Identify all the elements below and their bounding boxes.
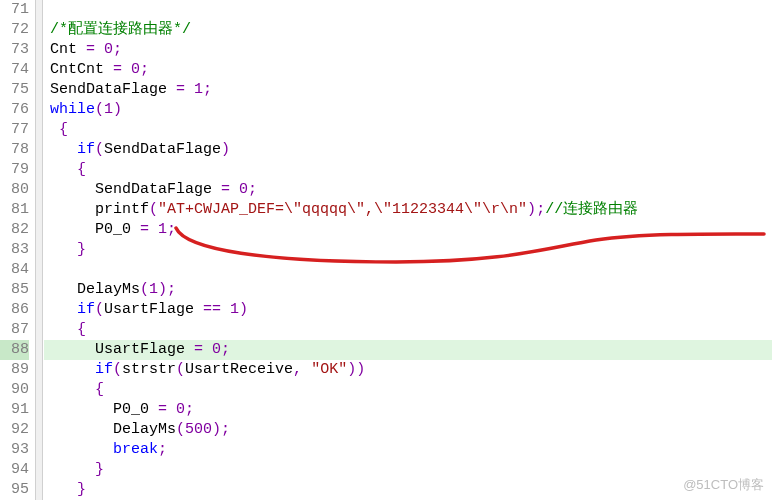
identifier: SendDataFlage xyxy=(50,81,167,98)
punct: , xyxy=(293,361,311,378)
code-line: UsartFlage = 0; xyxy=(44,340,772,360)
punct: ( xyxy=(95,101,104,118)
line-number: 73 xyxy=(0,40,29,60)
line-number: 86 xyxy=(0,300,29,320)
code-line: Cnt = 0; xyxy=(44,40,772,60)
punct: ; xyxy=(203,81,212,98)
keyword: break xyxy=(113,441,158,458)
identifier: strstr xyxy=(122,361,176,378)
line-number: 83 xyxy=(0,240,29,260)
operator: = xyxy=(167,81,194,98)
punct: ) xyxy=(527,201,536,218)
line-number: 74 xyxy=(0,60,29,80)
number: 0 xyxy=(239,181,248,198)
code-line: if(strstr(UsartReceive, "OK")) xyxy=(44,360,772,380)
punct: ) xyxy=(113,101,122,118)
code-line: SendDataFlage = 1; xyxy=(44,80,772,100)
line-number: 89 xyxy=(0,360,29,380)
code-line: { xyxy=(44,120,772,140)
number: 0 xyxy=(131,61,140,78)
identifier: UsartFlage xyxy=(95,341,185,358)
punct: ) xyxy=(221,141,230,158)
line-number: 75 xyxy=(0,80,29,100)
number: 1 xyxy=(194,81,203,98)
brace: { xyxy=(77,161,86,178)
operator: = xyxy=(77,41,104,58)
keyword: if xyxy=(77,141,95,158)
code-line: DelayMs(500); xyxy=(44,420,772,440)
keyword: while xyxy=(50,101,95,118)
brace: } xyxy=(77,481,86,498)
punct: ; xyxy=(167,281,176,298)
number: 1 xyxy=(158,221,167,238)
line-number: 93 xyxy=(0,440,29,460)
line-number: 94 xyxy=(0,460,29,480)
code-line: SendDataFlage = 0; xyxy=(44,180,772,200)
code-line: break; xyxy=(44,440,772,460)
line-number: 72 xyxy=(0,20,29,40)
code-line xyxy=(44,260,772,280)
line-number-gutter: 71 72 73 74 75 76 77 78 79 80 81 82 83 8… xyxy=(0,0,36,500)
line-number: 79 xyxy=(0,160,29,180)
code-line: } xyxy=(44,240,772,260)
code-editor: 71 72 73 74 75 76 77 78 79 80 81 82 83 8… xyxy=(0,0,772,500)
code-line: { xyxy=(44,160,772,180)
code-line: printf("AT+CWJAP_DEF=\"qqqqq\",\"1122334… xyxy=(44,200,772,220)
punct: ( xyxy=(176,421,185,438)
punct: ( xyxy=(176,361,185,378)
operator: = xyxy=(149,401,176,418)
identifier: DelayMs xyxy=(77,281,140,298)
punct: ; xyxy=(158,441,167,458)
punct: ; xyxy=(248,181,257,198)
line-number: 95 xyxy=(0,480,29,500)
identifier: SendDataFlage xyxy=(95,181,212,198)
code-line xyxy=(44,0,772,20)
line-number: 80 xyxy=(0,180,29,200)
string: "OK" xyxy=(311,361,347,378)
line-number: 88 xyxy=(0,340,29,360)
punct: ( xyxy=(95,301,104,318)
brace: { xyxy=(95,381,104,398)
punct: ; xyxy=(185,401,194,418)
identifier: P0_0 xyxy=(113,401,149,418)
comment: /*配置连接路由器*/ xyxy=(50,21,191,38)
identifier: UsartFlage xyxy=(104,301,194,318)
code-line: { xyxy=(44,320,772,340)
code-line: P0_0 = 1; xyxy=(44,220,772,240)
line-number: 71 xyxy=(0,0,29,20)
code-line: CntCnt = 0; xyxy=(44,60,772,80)
punct: ) xyxy=(239,301,248,318)
number: 0 xyxy=(104,41,113,58)
code-area[interactable]: /*配置连接路由器*/ Cnt = 0; CntCnt = 0; SendDat… xyxy=(36,0,772,500)
code-line: /*配置连接路由器*/ xyxy=(44,20,772,40)
number: 500 xyxy=(185,421,212,438)
code-line: if(UsartFlage == 1) xyxy=(44,300,772,320)
operator: = xyxy=(104,61,131,78)
line-number: 91 xyxy=(0,400,29,420)
punct: ; xyxy=(221,421,230,438)
punct: ; xyxy=(167,221,176,238)
identifier: UsartReceive xyxy=(185,361,293,378)
comment: //连接路由器 xyxy=(545,201,638,218)
punct: ( xyxy=(140,281,149,298)
identifier: SendDataFlage xyxy=(104,141,221,158)
identifier: Cnt xyxy=(50,41,77,58)
brace: { xyxy=(77,321,86,338)
punct: ) xyxy=(212,421,221,438)
keyword: if xyxy=(77,301,95,318)
number: 0 xyxy=(176,401,185,418)
brace: { xyxy=(59,121,68,138)
keyword: if xyxy=(95,361,113,378)
number: 1 xyxy=(149,281,158,298)
brace: } xyxy=(77,241,86,258)
identifier: CntCnt xyxy=(50,61,104,78)
line-number: 76 xyxy=(0,100,29,120)
operator: = xyxy=(131,221,158,238)
code-line: } xyxy=(44,460,772,480)
line-number: 78 xyxy=(0,140,29,160)
code-line: while(1) xyxy=(44,100,772,120)
punct: ) xyxy=(158,281,167,298)
code-line: { xyxy=(44,380,772,400)
identifier: P0_0 xyxy=(95,221,131,238)
line-number: 82 xyxy=(0,220,29,240)
